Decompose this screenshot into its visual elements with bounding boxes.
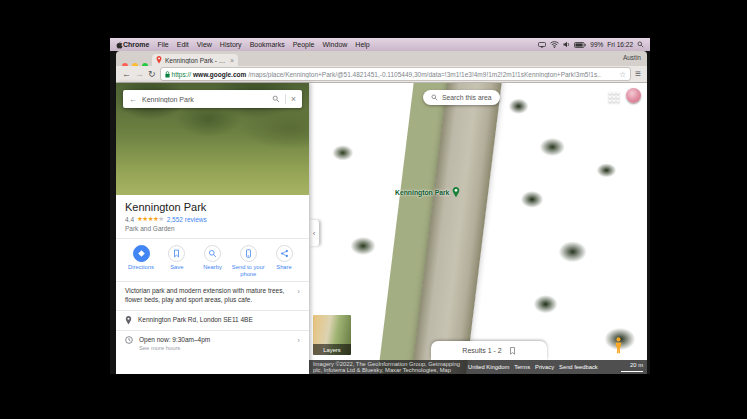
- tab-close-icon[interactable]: ×: [230, 57, 234, 64]
- battery-percent: 99%: [590, 41, 603, 48]
- menubar-item-help[interactable]: Help: [355, 41, 369, 48]
- place-address: Kennington Park Rd, London SE11 4BE: [138, 316, 300, 324]
- region-label: United Kingdom: [468, 364, 509, 370]
- privacy-link[interactable]: Privacy: [535, 364, 554, 370]
- poi-label: Kennington Park: [395, 189, 449, 196]
- google-apps-icon[interactable]: [609, 92, 620, 103]
- send-feedback-link[interactable]: Send feedback: [559, 364, 598, 370]
- menubar-item-history[interactable]: History: [220, 41, 242, 48]
- maps-favicon: [156, 56, 162, 64]
- address-bar[interactable]: https://www.google.com/maps/place/Kennin…: [160, 67, 632, 81]
- nearby-button[interactable]: Nearby: [196, 245, 230, 277]
- nearby-label: Nearby: [203, 264, 222, 271]
- results-list-icon[interactable]: [509, 347, 516, 355]
- directions-button[interactable]: Directions: [124, 245, 158, 277]
- satellite-map[interactable]: Search this area Kennington Park Layers: [309, 83, 647, 374]
- battery-icon[interactable]: [574, 42, 586, 48]
- browser-profile-name[interactable]: Austin: [623, 54, 641, 61]
- search-query-text[interactable]: Kennington Park: [142, 96, 267, 103]
- place-description: Victorian park and modern extension with…: [125, 287, 293, 305]
- map-tree-canopy: [309, 83, 647, 374]
- account-avatar[interactable]: [626, 88, 641, 103]
- browser-tab[interactable]: Kennington Park - Goog... ×: [152, 54, 238, 66]
- place-photo[interactable]: ← Kennington Park ×: [116, 83, 309, 195]
- desktop-letterbox: Chrome File Edit View History Bookmarks …: [0, 0, 747, 419]
- searchbox-divider: [285, 94, 286, 104]
- ssl-lock-icon: [165, 71, 170, 78]
- rating-value: 4.4: [125, 216, 134, 223]
- maps-content: ← Kennington Park × Kennington Park 4.4 …: [116, 83, 647, 374]
- hours-row[interactable]: Open now: 9:30am–4pm See more hours ›: [116, 330, 309, 358]
- volume-icon[interactable]: [563, 41, 570, 48]
- share-label: Share: [276, 264, 291, 271]
- menubar-item-window[interactable]: Window: [322, 41, 347, 48]
- stars-empty: ★: [158, 215, 163, 222]
- reload-icon[interactable]: ↻: [148, 70, 156, 79]
- search-this-area-button[interactable]: Search this area: [423, 90, 500, 105]
- menubar-item-view[interactable]: View: [197, 41, 212, 48]
- collapse-panel-button[interactable]: ‹: [309, 220, 319, 246]
- search-area-label: Search this area: [442, 94, 492, 101]
- place-description-row[interactable]: Victorian park and modern extension with…: [116, 281, 309, 310]
- menubar-item-bookmarks[interactable]: Bookmarks: [250, 41, 285, 48]
- clock-icon: [125, 336, 133, 344]
- save-label: Save: [170, 264, 183, 271]
- scale-line: [621, 368, 643, 372]
- stars-full: ★★★★: [137, 215, 158, 222]
- bookmark-star-icon[interactable]: ☆: [619, 70, 626, 79]
- back-icon[interactable]: ←: [122, 70, 131, 79]
- hours-text: Open now: 9:30am–4pm: [139, 336, 210, 343]
- terms-link[interactable]: Terms: [514, 364, 530, 370]
- park-pin-icon: [452, 187, 460, 198]
- url-host: www.google.com: [193, 71, 246, 78]
- send-to-phone-label: Send to your phone: [231, 264, 265, 277]
- chrome-window: Kennington Park - Goog... × Austin ← → ↻…: [116, 51, 647, 374]
- tab-strip: Kennington Park - Goog... × Austin: [116, 51, 647, 66]
- results-bar[interactable]: Results 1 - 2: [431, 341, 547, 360]
- save-icon: [168, 245, 185, 262]
- apple-menu-icon[interactable]: [116, 41, 123, 49]
- see-more-hours[interactable]: See more hours: [139, 345, 291, 353]
- send-to-phone-button[interactable]: Send to your phone: [231, 245, 265, 277]
- description-chevron-icon[interactable]: ›: [297, 287, 300, 296]
- search-icon[interactable]: [272, 95, 280, 103]
- place-actions: Directions Save Nearby Send to your: [116, 238, 309, 281]
- map-attribution-bar: Imagery ©2022, The GeoInformation Group,…: [309, 360, 647, 374]
- menubar-item-people[interactable]: People: [293, 41, 315, 48]
- location-pin-icon: [125, 316, 132, 325]
- menubar-item-file[interactable]: File: [157, 41, 168, 48]
- results-label: Results 1 - 2: [462, 347, 501, 354]
- save-button[interactable]: Save: [160, 245, 194, 277]
- directions-label: Directions: [128, 264, 154, 271]
- hours-chevron-icon[interactable]: ›: [297, 336, 300, 345]
- display-icon[interactable]: [538, 42, 546, 48]
- macos-menubar: Chrome File Edit View History Bookmarks …: [110, 38, 650, 51]
- forward-icon[interactable]: →: [135, 70, 144, 79]
- clear-search-icon[interactable]: ×: [291, 94, 296, 104]
- reviews-link[interactable]: 2,552 reviews: [167, 216, 207, 223]
- pegman-icon[interactable]: [614, 337, 623, 354]
- spotlight-icon[interactable]: [637, 41, 644, 48]
- layers-label: Layers: [313, 344, 351, 355]
- send-to-phone-icon: [240, 245, 257, 262]
- browser-toolbar: ← → ↻ https://www.google.com/maps/place/…: [116, 66, 647, 83]
- place-rating-row: 4.4 ★★★★★ 2,552 reviews: [116, 213, 309, 223]
- address-row[interactable]: Kennington Park Rd, London SE11 4BE: [116, 310, 309, 330]
- menubar-item-chrome[interactable]: Chrome: [123, 41, 149, 48]
- url-scheme: https://: [172, 71, 192, 78]
- place-panel: ← Kennington Park × Kennington Park 4.4 …: [116, 83, 309, 374]
- share-button[interactable]: Share: [267, 245, 301, 277]
- maps-searchbox[interactable]: ← Kennington Park ×: [123, 90, 302, 108]
- url-path: /maps/place/Kennington+Park/@51.4821451,…: [248, 71, 617, 78]
- back-arrow-icon[interactable]: ←: [129, 95, 137, 104]
- rating-stars[interactable]: ★★★★★: [137, 215, 164, 223]
- menubar-item-edit[interactable]: Edit: [177, 41, 189, 48]
- place-title: Kennington Park: [116, 195, 309, 213]
- chrome-menu-icon[interactable]: ≡: [635, 69, 641, 79]
- park-poi-marker[interactable]: Kennington Park: [395, 187, 460, 198]
- wifi-icon[interactable]: [550, 41, 559, 48]
- place-category: Park and Garden: [116, 223, 309, 238]
- imagery-credit: Imagery ©2022, The GeoInformation Group,…: [313, 361, 463, 374]
- layers-control[interactable]: Layers: [311, 313, 353, 357]
- menubar-clock[interactable]: Fri 16:22: [607, 41, 633, 48]
